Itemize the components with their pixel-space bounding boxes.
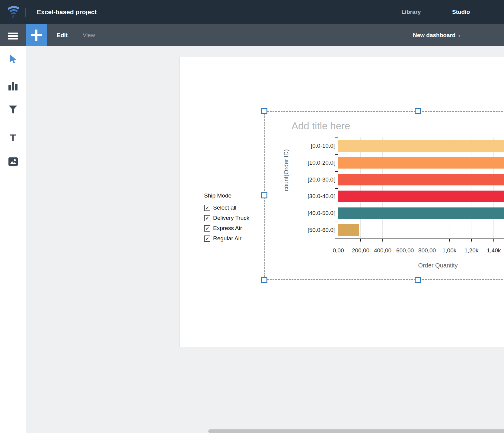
checkmark-icon: ✔ (205, 236, 209, 241)
checkbox-icon[interactable]: ✔ (204, 215, 210, 221)
chevron-down-icon: ▾ (458, 33, 461, 38)
tab-view[interactable]: View (83, 24, 95, 46)
filter-option-express-air[interactable]: ✔Express Air (204, 225, 249, 232)
filter-option-label: Select all (213, 204, 236, 211)
tool-sidebar: T (0, 46, 26, 433)
dashboard-canvas[interactable]: Ship Mode ✔Select all✔Delivery Truck✔Exp… (26, 46, 504, 433)
gridline-x-200 (360, 137, 361, 239)
x-axis-tick-1400 (493, 239, 494, 242)
app-logo-icon[interactable] (8, 6, 19, 19)
x-axis-tick-800 (427, 239, 427, 242)
add-widget-button[interactable] (26, 24, 47, 46)
bar-[20.0-30.0[[interactable] (338, 174, 504, 185)
horizontal-scrollbar-thumb[interactable] (208, 429, 504, 433)
filter-funnel-icon (8, 106, 18, 114)
image-tool-button[interactable] (0, 157, 26, 166)
selection-handle-top-left[interactable] (261, 108, 267, 114)
bar-[30.0-40.0[[interactable] (338, 191, 504, 202)
filter-title: Ship Mode (204, 192, 249, 199)
checkmark-icon: ✔ (205, 226, 209, 231)
x-axis-tick-400 (382, 239, 383, 242)
filter-option-regular-air[interactable]: ✔Regular Air (204, 235, 249, 242)
checkmark-icon: ✔ (205, 206, 209, 210)
gridline-x-1200 (471, 137, 471, 239)
filter-option-select-all[interactable]: ✔Select all (204, 204, 249, 211)
y-axis-tick (335, 239, 338, 239)
gridline-x-800 (427, 137, 427, 239)
bar-[40.0-50.0[[interactable] (338, 207, 504, 219)
gridline-x-1000 (449, 137, 449, 239)
checkbox-icon[interactable]: ✔ (204, 235, 210, 242)
filter-option-label: Express Air (213, 225, 242, 232)
x-axis-tick-200 (360, 239, 361, 242)
selection-handle-bottom-left[interactable] (261, 277, 267, 283)
ship-mode-filter-widget[interactable]: Ship Mode ✔Select all✔Delivery Truck✔Exp… (204, 192, 249, 245)
y-axis-tick (335, 154, 338, 155)
gridline-x-1400 (493, 137, 494, 239)
category-label: [40.0-50.0[ (282, 210, 335, 216)
x-axis-tick-1000 (449, 239, 450, 242)
dashboard-picker-dropdown[interactable]: New dashboard ▾ (413, 24, 461, 46)
x-axis-tick-600 (405, 239, 405, 242)
bar-[0.0-10.0[[interactable] (338, 140, 504, 152)
y-axis-tick (335, 137, 338, 138)
chart-tool-button[interactable] (0, 81, 26, 90)
chart-plot-area[interactable] (338, 137, 504, 239)
cursor-arrow-icon (9, 54, 17, 64)
category-label: [30.0-40.0[ (282, 193, 335, 200)
top-navbar: Excel-based project Library Studio (0, 0, 504, 24)
navbar-divider (439, 7, 439, 17)
text-tool-icon: T (10, 132, 16, 144)
y-axis-tick (335, 222, 338, 222)
checkbox-icon[interactable]: ✔ (204, 205, 210, 211)
nav-library-link[interactable]: Library (401, 0, 421, 24)
checkmark-icon: ✔ (205, 216, 209, 220)
bar-[50.0-60.0[[interactable] (338, 224, 359, 236)
bar-chart-icon (8, 81, 18, 90)
gridline-x-600 (405, 137, 405, 239)
filter-option-delivery-truck[interactable]: ✔Delivery Truck (204, 214, 249, 222)
chart-title-placeholder[interactable]: Add title here (292, 120, 388, 132)
filter-option-label: Regular Air (213, 235, 241, 242)
y-axis-tick (335, 205, 338, 205)
filter-option-label: Delivery Truck (213, 215, 249, 221)
chart-x-axis-line (338, 239, 504, 239)
chart-y-axis-line (338, 137, 338, 239)
selection-handle-mid-left[interactable] (261, 192, 267, 198)
selection-handle-bottom-mid[interactable] (415, 277, 421, 283)
nav-studio-link[interactable]: Studio (452, 0, 470, 24)
chart-x-axis-label: Order Quantity (408, 262, 468, 269)
category-label: [10.0-20.0[ (282, 160, 335, 166)
hamburger-menu-icon[interactable] (8, 33, 18, 40)
toolbar-divider (74, 32, 74, 39)
pointer-tool-button[interactable] (0, 54, 26, 64)
text-tool-button[interactable]: T (0, 132, 26, 144)
y-axis-tick (335, 171, 338, 172)
tab-edit[interactable]: Edit (57, 24, 68, 46)
gridline-x-400 (382, 137, 383, 239)
dashboard-toolbar: Edit View New dashboard ▾ (0, 24, 504, 46)
bar-[10.0-20.0[[interactable] (338, 157, 504, 169)
image-icon (8, 157, 18, 166)
x-axis-tick-1200 (471, 239, 472, 242)
dashboard-name: New dashboard (413, 32, 455, 39)
selection-handle-top-mid[interactable] (415, 108, 421, 114)
checkbox-icon[interactable]: ✔ (204, 225, 210, 232)
project-title: Excel-based project (37, 0, 97, 24)
navbar-divider (25, 8, 26, 17)
filter-tool-button[interactable] (0, 106, 26, 114)
category-label: [50.0-60.0[ (282, 227, 335, 233)
x-tick-label: 1,40k (480, 247, 504, 254)
category-label: [20.0-30.0[ (282, 176, 335, 183)
category-label: [0.0-10.0[ (282, 143, 335, 149)
y-axis-tick (335, 188, 338, 189)
